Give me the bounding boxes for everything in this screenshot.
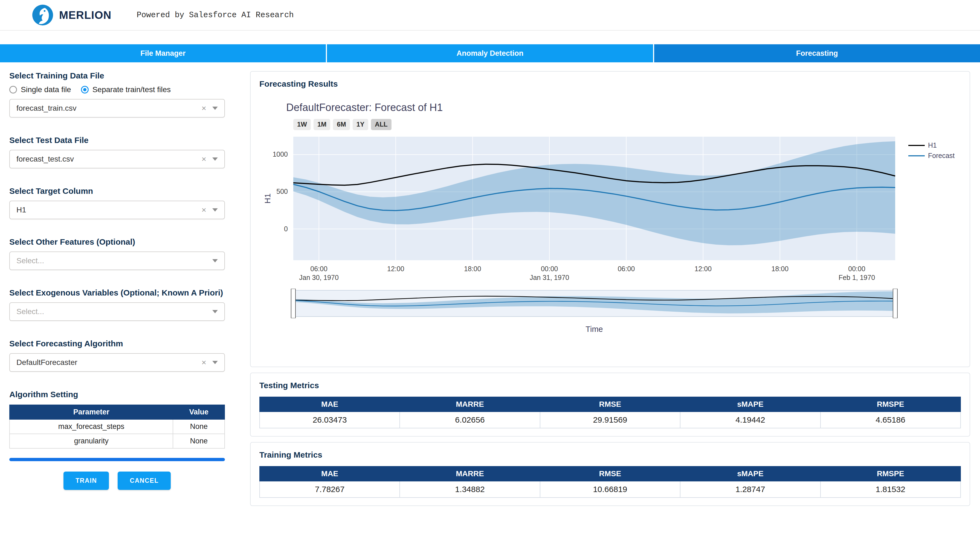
range-slider[interactable] — [259, 289, 959, 318]
tab-anomaly-detection[interactable]: Anomaly Detection — [326, 44, 653, 62]
metric-value: 29.91569 — [540, 412, 680, 428]
radio-unchecked-icon — [9, 86, 17, 94]
chevron-down-icon[interactable] — [212, 361, 218, 364]
legend-label[interactable]: Forecast — [928, 152, 955, 159]
merlion-logo — [32, 4, 54, 26]
param-value: None — [173, 434, 224, 448]
metric-value: 6.02656 — [400, 412, 540, 428]
brand-tagline: Powered by Salesforce AI Research — [137, 11, 294, 20]
radio-label: Single data file — [21, 85, 71, 94]
chevron-down-icon[interactable] — [212, 310, 218, 313]
metric-value: 1.81532 — [821, 481, 961, 498]
chevron-down-icon[interactable] — [212, 208, 218, 212]
data-file-mode-radios: Single data file Separate train/test fil… — [9, 85, 225, 94]
training-metrics-table: MAE MARRE RMSE sMAPE RMSPE 7.78267 1.348… — [259, 466, 961, 498]
exog-vars-label: Select Exogenous Variables (Optional; Kn… — [9, 288, 225, 297]
chevron-down-icon[interactable] — [212, 157, 218, 161]
training-file-label: Select Training Data File — [9, 71, 225, 80]
x-tick-label: 18:00 — [464, 265, 481, 273]
metric-header: MAE — [259, 466, 400, 481]
chevron-down-icon[interactable] — [212, 259, 218, 262]
clear-icon[interactable]: × — [201, 104, 206, 113]
param-value: None — [173, 419, 224, 434]
range-slider-handle-right[interactable] — [893, 289, 897, 318]
merlion-dashboard: MERLION Powered by Salesforce AI Researc… — [0, 0, 980, 544]
range-selector: 1W 1M 6M 1Y ALL — [293, 119, 961, 130]
x-tick-label: 12:00 — [695, 265, 712, 273]
x-tick-label: 00:00 — [848, 265, 865, 273]
y-tick-label: 1000 — [272, 151, 288, 158]
brand-name: MERLION — [59, 9, 111, 21]
dropdown-placeholder: Select... — [16, 307, 212, 316]
x-tick-date: Jan 31, 1970 — [530, 274, 570, 281]
y-axis-title: H1 — [263, 193, 272, 203]
x-tick-label: 18:00 — [772, 265, 789, 273]
progress-bar — [9, 458, 225, 461]
metric-value: 4.65186 — [821, 412, 961, 428]
dropdown-value: DefaultForecaster — [16, 358, 201, 367]
clear-icon[interactable]: × — [201, 206, 206, 214]
algorithm-setting-label: Algorithm Setting — [9, 390, 225, 399]
metric-header: sMAPE — [680, 397, 820, 412]
training-file-dropdown[interactable]: forecast_train.csv × — [9, 99, 225, 117]
range-button-1m[interactable]: 1M — [313, 119, 330, 130]
metric-value: 26.03473 — [259, 412, 400, 428]
tab-forecasting[interactable]: Forecasting — [653, 44, 980, 62]
range-slider-wrap — [259, 289, 961, 320]
y-tick-label: 500 — [276, 187, 288, 195]
training-metrics-card: Training Metrics MAE MARRE RMSE sMAPE RM… — [250, 442, 970, 506]
table-row: 26.03473 6.02656 29.91569 4.19442 4.6518… — [259, 412, 961, 428]
radio-checked-icon — [81, 86, 89, 94]
radio-single-data-file[interactable]: Single data file — [9, 85, 71, 94]
header-spacer — [0, 31, 980, 44]
radio-label: Separate train/test files — [92, 85, 171, 94]
test-file-label: Select Test Data File — [9, 136, 225, 145]
x-tick-label: 06:00 — [618, 265, 635, 273]
dropdown-placeholder: Select... — [16, 257, 212, 265]
testing-metrics-title: Testing Metrics — [259, 381, 961, 390]
metric-value: 1.34882 — [400, 481, 540, 498]
metric-header: RMSE — [540, 466, 680, 481]
radio-separate-train-test[interactable]: Separate train/test files — [81, 85, 171, 94]
y-tick-label: 0 — [284, 225, 288, 232]
x-tick-date: Jan 30, 1970 — [299, 274, 339, 281]
train-button[interactable]: TRAIN — [64, 471, 109, 490]
algorithm-label: Select Forecasting Algorithm — [9, 339, 225, 348]
algorithm-dropdown[interactable]: DefaultForecaster × — [9, 353, 225, 372]
value-col-header: Value — [173, 405, 224, 419]
tab-file-manager[interactable]: File Manager — [0, 44, 326, 62]
clear-icon[interactable]: × — [201, 358, 206, 366]
clear-icon[interactable]: × — [201, 155, 206, 163]
legend-label[interactable]: H1 — [928, 141, 937, 149]
table-row: max_forecast_steps None — [10, 419, 224, 434]
tab-bar: File Manager Anomaly Detection Forecasti… — [0, 44, 980, 62]
range-button-6m[interactable]: 6M — [333, 119, 350, 130]
metric-value: 7.78267 — [259, 481, 400, 498]
testing-metrics-table: MAE MARRE RMSE sMAPE RMSPE 26.03473 6.02… — [259, 397, 961, 428]
test-file-dropdown[interactable]: forecast_test.csv × — [9, 150, 225, 168]
range-slider-handle-left[interactable] — [291, 289, 296, 318]
target-column-dropdown[interactable]: H1 × — [9, 201, 225, 219]
x-tick-label: 00:00 — [541, 265, 558, 273]
x-axis-title: Time — [293, 325, 895, 334]
exog-vars-dropdown[interactable]: Select... — [9, 302, 225, 321]
dropdown-value: forecast_train.csv — [16, 104, 201, 113]
range-button-1y[interactable]: 1Y — [353, 119, 368, 130]
chart-title: DefaultForecaster: Forecast of H1 — [286, 102, 961, 113]
other-features-label: Select Other Features (Optional) — [9, 237, 225, 247]
forecast-chart: 0500100006:00Jan 30, 197012:0018:0000:00… — [259, 133, 959, 284]
other-features-dropdown[interactable]: Select... — [9, 252, 225, 270]
metric-header: RMSPE — [821, 466, 961, 481]
metric-header: RMSE — [540, 397, 680, 412]
table-row: granularity None — [10, 434, 224, 448]
metric-header: MARRE — [400, 466, 540, 481]
x-tick-date: Feb 1, 1970 — [838, 274, 875, 281]
range-button-all[interactable]: ALL — [371, 119, 391, 130]
param-name: max_forecast_steps — [10, 419, 173, 434]
cancel-button[interactable]: CANCEL — [118, 471, 170, 490]
metric-header: RMSPE — [821, 397, 961, 412]
chevron-down-icon[interactable] — [212, 106, 218, 110]
param-name: granularity — [10, 434, 173, 448]
range-button-1w[interactable]: 1W — [293, 119, 311, 130]
results-title: Forecasting Results — [259, 79, 961, 89]
